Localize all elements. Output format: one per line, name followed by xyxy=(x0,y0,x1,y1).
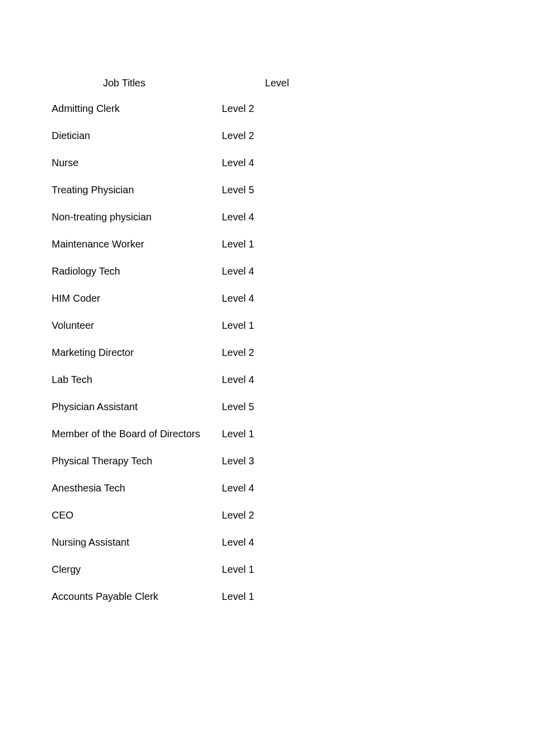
table-row: Treating PhysicianLevel 5 xyxy=(0,184,533,196)
level-cell: Level 3 xyxy=(222,455,332,467)
table-row: Physical Therapy TechLevel 3 xyxy=(0,455,533,467)
table-row: VolunteerLevel 1 xyxy=(0,320,533,331)
column-header-level: Level xyxy=(222,77,332,89)
job-title-cell: Physical Therapy Tech xyxy=(0,455,213,467)
level-cell: Level 1 xyxy=(222,238,332,250)
table-body: Admitting ClerkLevel 2DieticianLevel 2Nu… xyxy=(0,103,533,602)
job-title-cell: Member of the Board of Directors xyxy=(0,428,213,440)
table-row: Marketing DirectorLevel 2 xyxy=(0,347,533,358)
level-cell: Level 5 xyxy=(222,184,332,196)
table-row: Nursing AssistantLevel 4 xyxy=(0,537,533,548)
level-cell: Level 4 xyxy=(222,482,332,494)
job-title-cell: Volunteer xyxy=(0,320,213,331)
column-header-job-titles: Job Titles xyxy=(0,77,213,89)
level-cell: Level 4 xyxy=(222,157,332,169)
level-cell: Level 4 xyxy=(222,293,332,304)
job-title-cell: Marketing Director xyxy=(0,347,213,358)
job-title-cell: Nurse xyxy=(0,157,213,169)
level-cell: Level 4 xyxy=(222,211,332,223)
job-title-cell: Treating Physician xyxy=(0,184,213,196)
level-cell: Level 1 xyxy=(222,591,332,602)
level-cell: Level 4 xyxy=(222,537,332,548)
level-cell: Level 4 xyxy=(222,266,332,277)
level-cell: Level 2 xyxy=(222,103,332,114)
table-row: NurseLevel 4 xyxy=(0,157,533,169)
job-title-cell: Non-treating physician xyxy=(0,211,213,223)
level-cell: Level 1 xyxy=(222,428,332,440)
table-row: Radiology TechLevel 4 xyxy=(0,266,533,277)
job-title-cell: Nursing Assistant xyxy=(0,537,213,548)
level-cell: Level 2 xyxy=(222,130,332,142)
table-row: DieticianLevel 2 xyxy=(0,130,533,142)
table-row: Accounts Payable ClerkLevel 1 xyxy=(0,591,533,602)
job-title-cell: CEO xyxy=(0,510,213,521)
document-page: Job Titles Level Admitting ClerkLevel 2D… xyxy=(0,0,533,602)
job-title-cell: Radiology Tech xyxy=(0,266,213,277)
table-header-row: Job Titles Level xyxy=(0,77,533,89)
job-title-cell: Dietician xyxy=(0,130,213,142)
table-row: Maintenance WorkerLevel 1 xyxy=(0,238,533,250)
job-title-cell: Lab Tech xyxy=(0,374,213,386)
table-row: Admitting ClerkLevel 2 xyxy=(0,103,533,114)
level-cell: Level 5 xyxy=(222,401,332,413)
job-title-cell: HIM Coder xyxy=(0,293,213,304)
job-title-cell: Maintenance Worker xyxy=(0,238,213,250)
job-title-cell: Physician Assistant xyxy=(0,401,213,413)
table-row: CEOLevel 2 xyxy=(0,510,533,521)
level-cell: Level 1 xyxy=(222,320,332,331)
level-cell: Level 4 xyxy=(222,374,332,386)
table-row: HIM CoderLevel 4 xyxy=(0,293,533,304)
job-title-cell: Accounts Payable Clerk xyxy=(0,591,213,602)
job-title-cell: Anesthesia Tech xyxy=(0,482,213,494)
job-title-cell: Admitting Clerk xyxy=(0,103,213,114)
column-spacer xyxy=(213,77,222,89)
level-cell: Level 2 xyxy=(222,347,332,358)
level-cell: Level 2 xyxy=(222,510,332,521)
table-row: Lab TechLevel 4 xyxy=(0,374,533,386)
table-row: Physician AssistantLevel 5 xyxy=(0,401,533,413)
level-cell: Level 1 xyxy=(222,564,332,575)
table-row: Member of the Board of DirectorsLevel 1 xyxy=(0,428,533,440)
job-title-cell: Clergy xyxy=(0,564,213,575)
table-row: Non-treating physicianLevel 4 xyxy=(0,211,533,223)
table-row: ClergyLevel 1 xyxy=(0,564,533,575)
table-row: Anesthesia TechLevel 4 xyxy=(0,482,533,494)
